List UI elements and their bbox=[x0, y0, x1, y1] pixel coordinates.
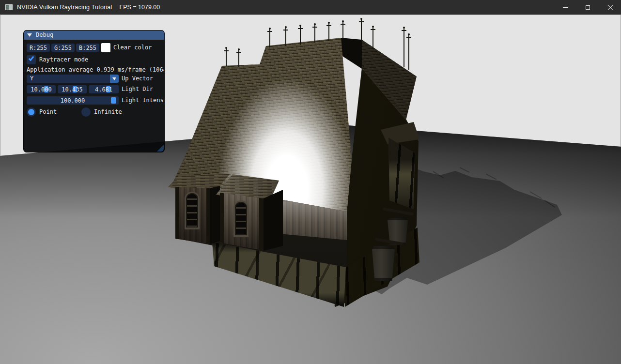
close-button[interactable] bbox=[599, 0, 621, 15]
debug-panel-title: Debug bbox=[36, 30, 53, 40]
stats-text: Application average 0.939 ms/frame (1064 bbox=[27, 66, 165, 73]
maximize-button[interactable] bbox=[576, 0, 599, 15]
roof-spike bbox=[328, 23, 329, 41]
roof-spike bbox=[269, 29, 270, 47]
stats-row: Application average 0.939 ms/frame (1064 bbox=[24, 66, 164, 73]
hanging-lantern bbox=[372, 246, 395, 281]
fps-counter: FPS = 1079.00 bbox=[120, 4, 160, 11]
color-b-field[interactable]: B:255 bbox=[76, 44, 99, 52]
light-type-row: Point Infinite bbox=[24, 107, 164, 117]
chevron-down-icon bbox=[112, 77, 116, 80]
close-icon bbox=[607, 5, 613, 10]
roof-spike bbox=[373, 27, 373, 49]
clear-color-label: Clear color bbox=[113, 44, 152, 52]
roof-spike bbox=[408, 35, 409, 70]
light-intensity-row: 100.000 Light Intensity bbox=[24, 96, 164, 106]
dormer-left-window bbox=[185, 192, 200, 229]
light-dir-label: Light Dir bbox=[122, 85, 153, 93]
3d-viewport[interactable]: Debug R:255 G:255 B:255 Clear color Rayt… bbox=[0, 15, 621, 364]
raytracer-mode-row: Raytracer mode bbox=[24, 55, 164, 64]
light-intensity-label: Light Intensity bbox=[122, 96, 165, 105]
roof-spike bbox=[342, 22, 343, 39]
up-vector-combo[interactable]: Y bbox=[27, 75, 119, 83]
clear-color-row: R:255 G:255 B:255 Clear color bbox=[24, 44, 164, 53]
up-vector-value: Y bbox=[30, 75, 33, 83]
debug-panel-header[interactable]: Debug bbox=[24, 30, 164, 40]
roof-spike bbox=[361, 19, 362, 41]
up-vector-row: Y Up Vector bbox=[24, 75, 164, 84]
window-title: NVIDIA Vulkan Raytracing Tutorial bbox=[17, 4, 112, 11]
raytracer-mode-label: Raytracer mode bbox=[39, 55, 88, 64]
light-dir-x-field[interactable]: 10.000 bbox=[27, 85, 56, 93]
app-window: NVIDIA Vulkan Raytracing Tutorial FPS = … bbox=[0, 0, 621, 364]
radio-dot-icon bbox=[28, 109, 34, 115]
up-vector-label: Up Vector bbox=[122, 75, 153, 83]
debug-panel: Debug R:255 G:255 B:255 Clear color Rayt… bbox=[23, 30, 165, 152]
color-g-field[interactable]: G:255 bbox=[51, 44, 75, 52]
minimize-button[interactable] bbox=[554, 0, 576, 15]
roof-spike bbox=[285, 28, 286, 46]
color-r-field[interactable]: R:255 bbox=[27, 44, 50, 52]
roof-spike bbox=[314, 25, 315, 43]
roof-spike bbox=[238, 50, 239, 67]
light-dir-y-field[interactable]: 10.435 bbox=[58, 85, 87, 93]
minimize-icon bbox=[563, 7, 568, 8]
collapse-arrow-icon[interactable] bbox=[27, 33, 32, 37]
panel-resize-grip[interactable] bbox=[157, 145, 164, 152]
combo-arrow-button[interactable] bbox=[110, 75, 119, 83]
dormer-right-side bbox=[264, 189, 283, 251]
roof-spike bbox=[300, 26, 301, 45]
slider-grab[interactable] bbox=[111, 97, 116, 104]
light-dir-row: 10.000 10.435 4.681 Light Dir bbox=[24, 85, 164, 94]
roof-spike bbox=[226, 48, 227, 66]
point-radio-label: Point bbox=[39, 107, 57, 117]
titlebar: NVIDIA Vulkan Raytracing Tutorial FPS = … bbox=[0, 0, 621, 15]
dormer-right-window bbox=[233, 200, 248, 237]
infinite-radio-label: Infinite bbox=[94, 107, 122, 117]
light-dir-z-field[interactable]: 4.681 bbox=[89, 85, 119, 93]
maximize-icon bbox=[586, 5, 590, 10]
check-icon bbox=[29, 55, 34, 61]
light-intensity-slider[interactable]: 100.000 bbox=[27, 96, 119, 105]
clear-color-swatch[interactable] bbox=[101, 43, 110, 52]
point-radio[interactable] bbox=[27, 107, 36, 117]
roof-spike bbox=[404, 28, 404, 67]
raytracer-mode-checkbox[interactable] bbox=[27, 55, 36, 64]
infinite-radio[interactable] bbox=[81, 107, 91, 117]
app-icon bbox=[5, 4, 13, 10]
window-controls bbox=[554, 0, 621, 15]
